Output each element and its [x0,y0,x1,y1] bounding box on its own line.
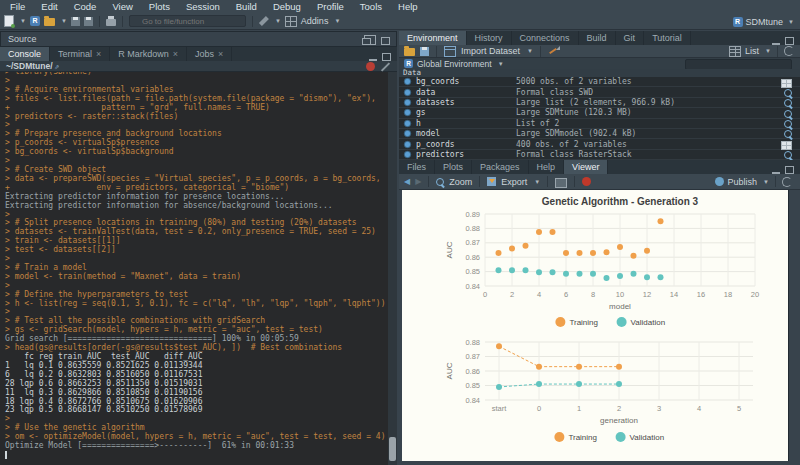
inspect-icon[interactable] [784,110,792,118]
addins-button[interactable]: Addins [301,16,329,26]
inspect-icon[interactable] [784,99,792,107]
load-workspace-icon[interactable] [404,48,415,56]
menu-item-build[interactable]: Build [228,0,265,13]
svg-text:generation: generation [600,416,638,425]
environment-tab-label: Build [587,33,607,43]
refresh-icon[interactable] [784,46,794,56]
remove-plot-icon[interactable] [555,178,567,188]
open-in-files-icon[interactable]: ⇗ [55,63,60,70]
clear-console-icon[interactable] [380,61,391,72]
console-tab-jobs[interactable]: Jobs× [187,47,232,61]
chevron-down-icon[interactable]: ▼ [527,48,533,54]
inspect-icon[interactable] [784,89,792,97]
list-view-button[interactable]: List [745,46,759,56]
open-file-icon[interactable] [44,18,55,26]
new-file-icon[interactable] [4,15,14,27]
clear-all-plots-icon[interactable] [582,177,591,186]
maximize-icon[interactable] [381,37,390,45]
object-icon [404,88,411,95]
next-plot-icon[interactable]: ▶ [415,175,421,189]
popout-icon[interactable] [364,35,376,45]
zoom-plot-icon[interactable] [436,178,444,186]
svg-text:Training: Training [569,318,598,327]
publish-button[interactable]: Publish [728,177,758,187]
environment-tab-environment[interactable]: Environment [399,31,467,45]
environment-tab-connections[interactable]: Connections [512,31,579,45]
goto-file-input[interactable] [129,15,246,27]
inspect-icon[interactable] [784,120,792,128]
publish-icon[interactable] [715,177,724,186]
environment-scope-selector[interactable]: Global Environment [417,59,492,69]
env-row-data[interactable]: dataFormal class SWD [399,87,800,97]
menu-item-tools[interactable]: Tools [352,0,390,13]
env-row-datasets[interactable]: datasetsLarge list (2 elements, 966.9 kB… [399,98,800,108]
files-tab-plots[interactable]: Plots [435,160,472,174]
console-tab-r-markdown[interactable]: R Markdown× [110,47,187,61]
environment-tab-build[interactable]: Build [579,31,616,45]
close-icon[interactable]: × [218,49,223,59]
chevron-down-icon[interactable]: ▼ [765,48,771,54]
menu-item-view[interactable]: View [104,0,140,13]
env-row-model[interactable]: modelLarge SDMmodel (902.4 kB) [399,129,800,139]
menu-item-debug[interactable]: Debug [265,0,309,13]
console-output[interactable]: > library(SDMtune)>> # Acquire environme… [0,72,397,465]
save-workspace-icon[interactable] [420,47,429,56]
export-button[interactable]: Export [501,177,527,187]
console-scrollbar[interactable] [388,72,397,465]
menu-item-session[interactable]: Session [178,0,228,13]
tools-icon[interactable] [259,16,269,26]
files-tab-help[interactable]: Help [529,160,565,174]
save-icon[interactable] [71,17,80,26]
view-table-icon[interactable] [781,79,792,88]
save-all-icon[interactable] [84,17,93,26]
inspect-icon[interactable] [784,151,792,159]
console-tab-console[interactable]: Console [0,47,50,61]
menu-item-help[interactable]: Help [390,0,426,13]
console-tab-terminal[interactable]: Terminal× [50,47,110,61]
menu-item-plots[interactable]: Plots [141,0,178,13]
refresh-plots-icon[interactable] [782,177,792,187]
stop-icon[interactable] [366,62,375,71]
environment-tab-git[interactable]: Git [616,31,645,45]
menu-item-code[interactable]: Code [66,0,105,13]
close-icon[interactable]: × [96,49,101,59]
panes-layout-icon[interactable] [285,16,297,27]
export-plot-icon[interactable] [487,177,496,186]
env-row-gs[interactable]: gsLarge SDMtune (120.3 MB) [399,108,800,118]
import-dataset-button[interactable]: Import Dataset [461,46,520,56]
maximize-icon[interactable] [785,37,794,45]
env-row-predictors[interactable]: predictorsFormal class RasterStack [399,150,800,160]
environment-tab-tutorial[interactable]: Tutorial [644,31,691,45]
chevron-down-icon[interactable]: ▼ [334,18,340,24]
import-dataset-icon[interactable] [444,46,456,57]
chevron-down-icon[interactable]: ▼ [20,18,26,24]
files-tab-packages[interactable]: Packages [472,160,529,174]
chevron-down-icon[interactable]: ▼ [61,18,67,24]
close-icon[interactable]: × [173,49,178,59]
chevron-down-icon[interactable]: ▼ [763,179,769,185]
chevron-down-icon[interactable]: ▼ [498,61,504,67]
files-tab-viewer[interactable]: Viewer [564,160,608,174]
view-table-icon[interactable] [781,141,792,150]
env-row-h[interactable]: hList of 2 [399,119,800,129]
environment-tab-history[interactable]: History [467,31,512,45]
maximize-icon[interactable] [785,166,794,174]
source-pane-header[interactable]: Source [0,31,397,47]
inspect-icon[interactable] [784,130,792,138]
clear-objects-icon[interactable] [548,45,560,57]
env-row-p-coords[interactable]: p_coords400 obs. of 2 variables [399,139,800,149]
print-icon[interactable] [106,19,116,26]
chevron-down-icon[interactable]: ▼ [275,18,281,24]
menu-item-profile[interactable]: Profile [309,0,352,13]
previous-plot-icon[interactable]: ◀ [404,175,410,189]
menu-item-file[interactable]: File [2,0,33,13]
project-menu-button[interactable]: R SDMtune ▼ [733,13,794,30]
zoom-button[interactable]: Zoom [449,177,472,187]
menu-item-edit[interactable]: Edit [33,0,65,13]
list-view-icon[interactable] [729,46,741,57]
files-tab-files[interactable]: Files [399,160,435,174]
chevron-down-icon[interactable]: ▼ [534,179,540,185]
env-row-bg-coords[interactable]: bg_coords5000 obs. of 2 variables [399,77,800,87]
new-project-icon[interactable]: R [30,16,40,26]
scrollbar-thumb[interactable] [389,437,396,461]
